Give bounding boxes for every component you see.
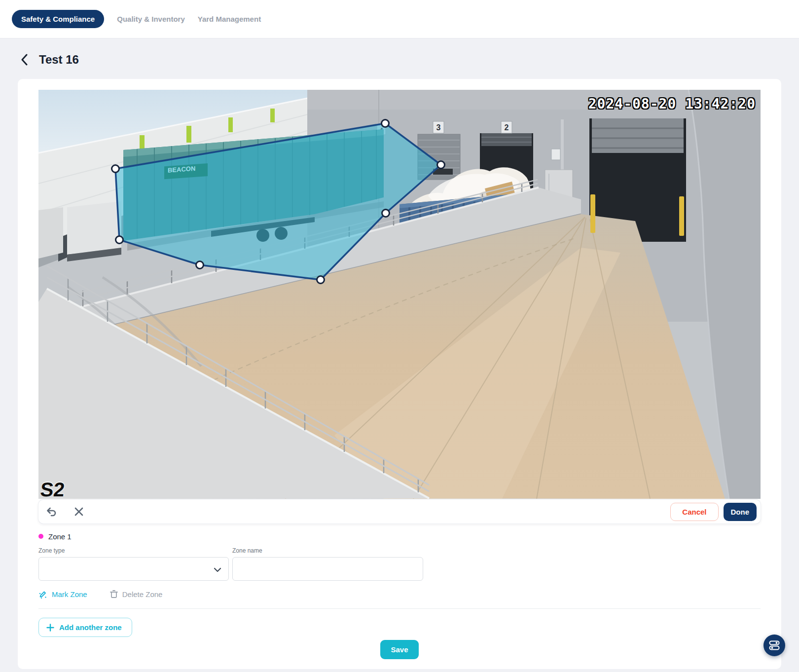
floating-widget-button[interactable] bbox=[763, 635, 785, 656]
page-header: Test 16 bbox=[21, 51, 799, 68]
tab-quality-inventory[interactable]: Quality & Inventory bbox=[117, 15, 185, 23]
zone-type-select[interactable] bbox=[38, 557, 229, 581]
zone-overlay bbox=[38, 90, 761, 499]
zone-edit-toolbar: Cancel Done bbox=[38, 500, 761, 523]
top-navigation: Safety & Compliance Quality & Inventory … bbox=[0, 0, 799, 38]
plus-icon bbox=[46, 624, 54, 632]
tab-safety-compliance[interactable]: Safety & Compliance bbox=[12, 10, 104, 28]
add-another-zone-button[interactable]: Add another zone bbox=[38, 618, 132, 637]
zone-polygon[interactable] bbox=[115, 123, 441, 280]
zone-type-label: Zone type bbox=[38, 547, 229, 554]
mark-zone-button[interactable]: Mark Zone bbox=[38, 590, 87, 598]
zone-vertex-handle[interactable] bbox=[317, 276, 325, 284]
camera-timestamp: 2024-08-20 13:42:20 bbox=[588, 96, 756, 112]
zone-title: Zone 1 bbox=[48, 532, 72, 541]
trash-icon bbox=[110, 590, 118, 598]
zone-vertex-handle[interactable] bbox=[382, 210, 390, 217]
close-icon bbox=[74, 507, 84, 517]
cancel-button[interactable]: Cancel bbox=[670, 503, 718, 521]
page-title: Test 16 bbox=[39, 53, 79, 67]
zone-vertex-handle[interactable] bbox=[437, 161, 445, 169]
chevron-down-icon bbox=[214, 567, 221, 572]
done-button[interactable]: Done bbox=[724, 503, 757, 521]
camera-frame: 3 2 4 bbox=[38, 90, 761, 499]
mark-zone-label: Mark Zone bbox=[52, 590, 87, 598]
zone-vertex-handle[interactable] bbox=[116, 236, 123, 244]
zone-vertex-handle[interactable] bbox=[196, 261, 204, 269]
save-button[interactable]: Save bbox=[380, 640, 418, 659]
tab-yard-management[interactable]: Yard Management bbox=[198, 15, 261, 23]
add-another-zone-label: Add another zone bbox=[59, 623, 122, 632]
zone-vertex-handle[interactable] bbox=[112, 165, 119, 173]
undo-button[interactable] bbox=[45, 506, 57, 518]
delete-zone-button[interactable]: Delete Zone bbox=[110, 590, 163, 598]
zone-color-dot bbox=[38, 534, 43, 539]
zone-form: Zone 1 Zone type Zone name bbox=[38, 531, 761, 598]
back-button[interactable] bbox=[21, 54, 31, 66]
clear-button[interactable] bbox=[73, 506, 85, 518]
undo-icon bbox=[46, 506, 57, 517]
zone-name-input[interactable] bbox=[232, 557, 423, 581]
divider bbox=[38, 608, 761, 609]
sliders-toggle-icon bbox=[769, 640, 780, 651]
zone-editor-card: 3 2 4 bbox=[18, 79, 781, 669]
zone-vertex-handle[interactable] bbox=[382, 120, 389, 127]
zone-name-label: Zone name bbox=[232, 547, 423, 554]
delete-zone-label: Delete Zone bbox=[122, 590, 163, 598]
chevron-left-icon bbox=[21, 54, 28, 66]
camera-watermark: S2 bbox=[39, 479, 66, 499]
marker-pen-icon bbox=[38, 590, 47, 598]
